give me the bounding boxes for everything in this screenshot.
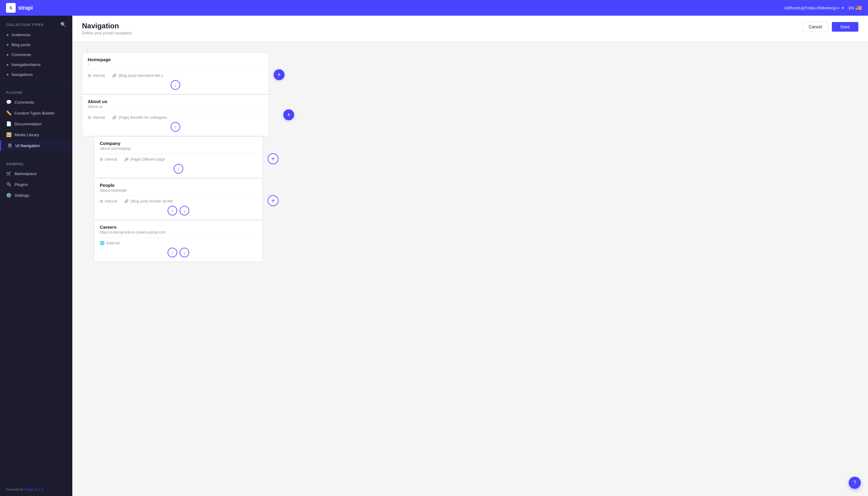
- homepage-link: 🔗 (Blog post) Alternative title 1: [112, 74, 164, 78]
- company-down-button[interactable]: ↓: [174, 164, 183, 174]
- bullet-icon: [6, 44, 9, 46]
- people-move-btns: ↑ ↓: [100, 206, 257, 215]
- internal-icon: ⊞: [88, 73, 91, 78]
- bullet-icon: [6, 34, 9, 36]
- user-label: U3RvcmUgTm9uLXNIbmlvcg==: [784, 6, 840, 10]
- divider: [0, 153, 72, 154]
- sidebar-item-blog-posts[interactable]: Blog posts: [0, 40, 72, 50]
- homepage-title: Homepage: [88, 57, 263, 62]
- sidebar-item-label: Comments: [12, 52, 31, 57]
- sidebar-footer: Powered by Strapi v3.1.4: [0, 483, 72, 496]
- about-us-col: About us /about-us ⊞ Internal 🔗 (Page) B…: [82, 94, 278, 262]
- save-button[interactable]: Save: [832, 22, 858, 32]
- main-content: Navigation Define your portal navigation…: [72, 16, 868, 496]
- bullet-icon: [6, 64, 9, 66]
- sidebar-item-label: Navigations: [12, 72, 33, 77]
- external-icon: 🌐: [100, 241, 105, 245]
- sidebar-item-plugins[interactable]: 🔌 Plugins: [0, 179, 72, 190]
- chevron-icon: ▾: [842, 6, 844, 10]
- about-us-meta: ⊞ Internal 🔗 (Page) Benefits for colleag…: [88, 112, 263, 120]
- help-button[interactable]: ?: [849, 477, 861, 489]
- company-meta: ⊞ Internal 🔗 (Page) Different page: [100, 154, 257, 161]
- careers-type-label: External: [106, 241, 120, 245]
- page-actions: Cancel Save: [802, 22, 858, 32]
- cancel-button[interactable]: Cancel: [802, 22, 828, 32]
- sidebar-item-label: NavigationItems: [12, 62, 41, 67]
- sidebar-item-comments[interactable]: Comments: [0, 50, 72, 60]
- app-header: S strapi U3RvcmUgTm9uLXNIbmlvcg== ▾ EN 🇺…: [0, 0, 868, 16]
- homepage-path: /: [88, 63, 263, 67]
- people-up-button[interactable]: ↑: [168, 206, 177, 215]
- sidebar-item-label: Plugins: [14, 182, 28, 187]
- logo-icon: S: [6, 3, 16, 13]
- internal-icon: ⊞: [100, 199, 103, 203]
- gear-icon: ⚙️: [6, 192, 12, 198]
- connector-top: [88, 49, 88, 52]
- homepage-linked: (Blog post) Alternative title 1: [119, 74, 164, 78]
- sidebar-item-navigations[interactable]: Navigations: [0, 69, 72, 80]
- strapi-version-link[interactable]: Strapi v3.1.4: [25, 487, 43, 491]
- homepage-card: Homepage / ⊞ Internal 🔗 (Blog post) Alte…: [82, 52, 269, 94]
- homepage-down-btn-row: ↓: [88, 80, 263, 90]
- sidebar-item-label: Audiences: [12, 33, 30, 37]
- internal-icon: ⊞: [88, 115, 91, 120]
- people-link: 🔗 (Blog post) Another alt title: [124, 199, 173, 203]
- homepage-meta: ⊞ Internal 🔗 (Blog post) Alternative tit…: [88, 70, 263, 78]
- homepage-add-button[interactable]: +: [274, 69, 284, 80]
- sidebar-item-label: Settings: [14, 193, 29, 198]
- careers-card: Careers https://external-link-to-careers…: [94, 220, 263, 262]
- marketplace-icon: 🛒: [6, 171, 12, 176]
- sidebar-item-content-types-builder[interactable]: ✏️ Content-Types Builder: [0, 108, 72, 119]
- people-type-label: Internal: [105, 199, 117, 203]
- homepage-row: Homepage / ⊞ Internal 🔗 (Blog post) Alte…: [82, 49, 858, 94]
- collection-types-label: COLLECTION TYPES: [0, 17, 50, 29]
- sidebar-item-media-library[interactable]: 🖼️ Media Library: [0, 129, 72, 140]
- bullet-icon: [6, 54, 9, 56]
- sidebar-item-settings[interactable]: ⚙️ Settings: [0, 190, 72, 201]
- people-path: /about-us/people: [100, 188, 257, 192]
- navigation-content: Homepage / ⊞ Internal 🔗 (Blog post) Alte…: [72, 42, 868, 496]
- people-row: People /about-us/people ⊞ Internal: [94, 178, 278, 220]
- company-type: ⊞ Internal: [100, 157, 117, 161]
- about-us-up-btn-row: ↑: [88, 122, 263, 132]
- about-us-up-button[interactable]: ↑: [171, 122, 180, 132]
- company-title: Company: [100, 141, 257, 146]
- language-selector[interactable]: EN 🇺🇸: [849, 4, 862, 11]
- company-card: Company /about-us/company ⊞ Internal: [94, 136, 263, 178]
- user-menu[interactable]: U3RvcmUgTm9uLXNIbmlvcg== ▾: [784, 6, 844, 10]
- link-icon: 🔗: [112, 74, 117, 78]
- company-link: 🔗 (Page) Different page: [124, 157, 165, 161]
- logo[interactable]: S strapi: [6, 3, 33, 13]
- careers-type: 🌐 External: [100, 241, 120, 245]
- careers-path: https://external-link-to-careers-portal.…: [100, 230, 257, 234]
- company-add-button[interactable]: +: [268, 153, 278, 164]
- about-us-section: About us /about-us ⊞ Internal 🔗 (Page) B…: [82, 94, 858, 262]
- people-add-button[interactable]: +: [268, 195, 278, 206]
- internal-icon: ⊞: [100, 157, 103, 161]
- sidebar-item-navigation-items[interactable]: NavigationItems: [0, 60, 72, 69]
- careers-down-button[interactable]: ↓: [180, 248, 189, 257]
- careers-title: Careers: [100, 224, 257, 230]
- careers-col: Careers https://external-link-to-careers…: [94, 220, 263, 262]
- sidebar-item-documentation[interactable]: 📄 Documentation: [0, 119, 72, 129]
- flag-icon: 🇺🇸: [855, 4, 862, 11]
- sidebar-item-audiences[interactable]: Audiences: [0, 30, 72, 40]
- about-us-add-button[interactable]: +: [283, 109, 294, 120]
- logo-text: strapi: [18, 5, 33, 11]
- sidebar-item-marketplace[interactable]: 🛒 Marketplace: [0, 168, 72, 179]
- about-us-link: 🔗 (Page) Benefits for colleagues: [112, 115, 167, 120]
- link-icon: 🔗: [124, 199, 129, 203]
- people-meta: ⊞ Internal 🔗 (Blog post) Another alt tit…: [100, 196, 257, 203]
- search-icon[interactable]: 🔍: [60, 22, 66, 27]
- people-down-button[interactable]: ↓: [180, 206, 189, 215]
- plugins-label: PLUGINS: [0, 85, 72, 97]
- about-us-linked: (Page) Benefits for colleagues: [119, 115, 167, 120]
- company-col: Company /about-us/company ⊞ Internal: [94, 136, 263, 178]
- sidebar-item-comments-plugin[interactable]: 💬 Comments: [0, 97, 72, 108]
- homepage-down-button[interactable]: ↓: [171, 80, 180, 90]
- careers-up-button[interactable]: ↑: [168, 248, 177, 257]
- sidebar-item-ui-navigation[interactable]: ☰ UI Navigation: [0, 140, 72, 151]
- general-label: GENERAL: [0, 156, 72, 168]
- careers-move-btns: ↑ ↓: [100, 248, 257, 257]
- about-us-children: Company /about-us/company ⊞ Internal: [94, 136, 278, 262]
